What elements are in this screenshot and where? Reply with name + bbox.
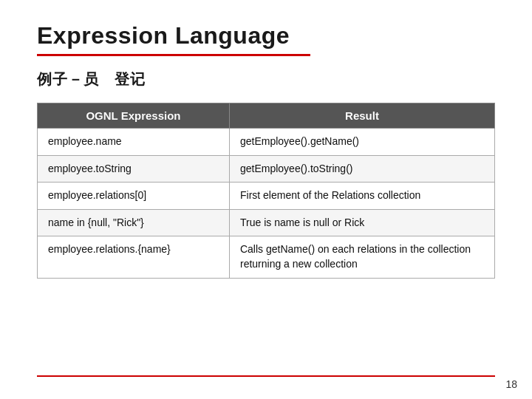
result-cell: First element of the Relations collectio… <box>229 183 494 210</box>
expression-cell: employee.toString <box>38 155 230 183</box>
bottom-line <box>37 375 495 377</box>
expression-table: OGNL Expression Result employee.namegetE… <box>37 103 495 279</box>
page-number: 18 <box>505 378 517 390</box>
table-container: OGNL Expression Result employee.namegetE… <box>37 103 495 279</box>
result-cell: getEmployee().getName() <box>229 129 494 156</box>
table-row: employee.toStringgetEmployee().toString(… <box>38 155 495 183</box>
table-row: employee.namegetEmployee().getName() <box>38 129 495 156</box>
expression-cell: employee.relations.{name} <box>38 236 230 278</box>
expression-cell: name in {null, "Rick"} <box>38 209 230 236</box>
col2-header: Result <box>229 103 494 129</box>
expression-cell: employee.name <box>38 129 230 156</box>
title-underline <box>37 54 310 56</box>
slide-title: Expression Language <box>37 22 495 50</box>
table-row: name in {null, "Rick"}True is name is nu… <box>38 209 495 236</box>
table-header-row: OGNL Expression Result <box>38 103 495 129</box>
slide-subtitle: 例子－员 登记 <box>37 69 495 89</box>
result-cell: Calls getName() on each relations in the… <box>229 236 494 278</box>
table-row: employee.relations[0]First element of th… <box>38 183 495 210</box>
slide: Expression Language 例子－员 登记 OGNL Express… <box>0 0 532 399</box>
result-cell: True is name is null or Rick <box>229 209 494 236</box>
result-cell: getEmployee().toString() <box>229 155 494 183</box>
expression-cell: employee.relations[0] <box>38 183 230 210</box>
col1-header: OGNL Expression <box>38 103 230 129</box>
table-row: employee.relations.{name}Calls getName()… <box>38 236 495 278</box>
